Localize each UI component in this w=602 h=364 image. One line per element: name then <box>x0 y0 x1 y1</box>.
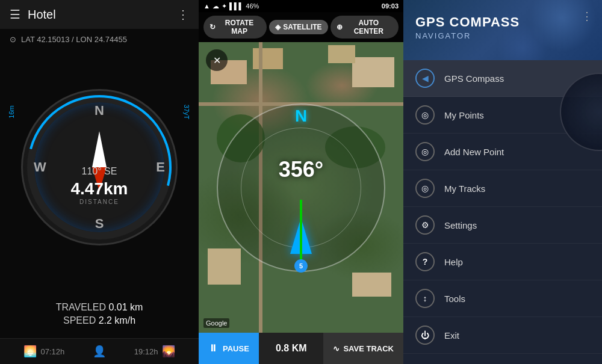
sunrise-time: 19:12h <box>134 347 158 356</box>
coordinates-bar: ⊙ LAT 42.15013 / LON 24.74455 <box>0 29 199 50</box>
my-tracks-label: My Tracks <box>444 184 485 194</box>
wifi-icon: ▲ <box>203 2 210 10</box>
gps-compass-icon: ◀ <box>415 69 435 88</box>
help-icon: ? <box>415 252 435 271</box>
my-points-label: My Points <box>444 110 484 120</box>
map-compass-north: N <box>295 106 307 126</box>
tools-label: Tools <box>444 294 465 304</box>
speed-row: SPEED 2.2 km/h <box>10 315 189 326</box>
cardinal-north: N <box>95 103 104 119</box>
pause-button[interactable]: ⏸ PAUSE <box>199 333 259 364</box>
satellite-icon: ◈ <box>275 23 281 31</box>
map-orientation-indicator: ✕ <box>206 49 228 71</box>
add-new-point-label: Add New Point <box>444 147 504 157</box>
add-new-point-icon: ◎ <box>415 142 435 161</box>
satellite-button[interactable]: ◈ SATELLITE <box>269 20 327 34</box>
options-icon[interactable]: ⋮ <box>177 7 189 22</box>
compass-heading: 110° SE <box>71 165 128 176</box>
sunset-item: 🌅 07:12h <box>23 345 64 358</box>
pause-icon: ⏸ <box>208 343 218 354</box>
satellite-label: SATELLITE <box>283 23 321 31</box>
my-points-icon: ◎ <box>415 105 435 125</box>
coordinates-text: LAT 42.15013 / LON 24.74455 <box>21 35 127 44</box>
status-bar: ▲ ☁ ✦ ▌▌▌ 46% 09:03 <box>199 0 403 12</box>
cardinal-west: W <box>34 159 46 175</box>
map-bottom-bar: ⏸ PAUSE 0.8 KM ∿ SAVE TRACK <box>199 333 403 364</box>
settings-icon: ⚙ <box>415 215 435 235</box>
app-name: GPS COMPASS <box>415 14 590 30</box>
cardinal-south: S <box>95 216 104 232</box>
compass-container: 16m 37yT N S E W 110° SE 4.47km DISTANCE <box>0 50 199 284</box>
travel-info: TRAVELED 0.01 km SPEED 2.2 km/h <box>0 284 199 338</box>
save-track-label: SAVE TRACK <box>343 344 394 353</box>
map-compass-overlay: N 356° <box>217 103 385 272</box>
my-tracks-icon: ◎ <box>415 179 435 198</box>
sidebar-item-exit[interactable]: ⏻ Exit <box>403 317 602 354</box>
status-time: 09:03 <box>382 2 399 10</box>
battery-text: 46% <box>246 2 259 10</box>
status-icons: ▲ ☁ ✦ ▌▌▌ 46% <box>203 2 259 10</box>
rotate-map-label: ROTATE MAP <box>218 19 261 35</box>
sidebar-item-settings[interactable]: ⚙ Settings <box>403 207 602 244</box>
person-item[interactable]: 👤 <box>93 345 106 358</box>
rotate-map-button[interactable]: ↻ ROTATE MAP <box>203 16 267 39</box>
traveled-value: 0.01 km <box>108 302 143 312</box>
sidebar-item-tools[interactable]: ↕ Tools <box>403 280 602 317</box>
sidebar-item-help[interactable]: ? Help <box>403 244 602 280</box>
gps-compass-label: GPS Compass <box>444 73 504 84</box>
traveled-label: TRAVELED <box>56 302 106 312</box>
cloud-icon: ☁ <box>213 2 219 10</box>
center-icon: ⊕ <box>337 23 343 31</box>
sunset-time: 07:12h <box>40 347 64 356</box>
google-badge: Google <box>203 318 229 328</box>
sidebar-item-my-tracks[interactable]: ◎ My Tracks <box>403 170 602 207</box>
tools-icon: ↕ <box>415 289 435 308</box>
save-track-button[interactable]: ∿ SAVE TRACK <box>323 333 403 364</box>
rotate-icon: ↻ <box>209 23 216 31</box>
auto-center-button[interactable]: ⊕ AUTO CENTER <box>330 16 399 39</box>
sunset-icon: 🌅 <box>23 345 37 358</box>
dist-label-right: 37yT <box>183 105 190 119</box>
exit-label: Exit <box>444 330 459 341</box>
compass-panel: ☰ Hotel ⋮ ⊙ LAT 42.15013 / LON 24.74455 … <box>0 0 199 364</box>
menu-header: GPS COMPASS NAVIGATOR ⋮ <box>403 0 602 60</box>
map-compass-heading: 356° <box>279 157 323 182</box>
person-icon: 👤 <box>93 345 106 358</box>
menu-options-icon[interactable]: ⋮ <box>582 10 592 23</box>
location-icon: ⊙ <box>10 35 16 44</box>
menu-icon[interactable]: ☰ <box>10 7 20 22</box>
compass-distance-label: DISTANCE <box>71 198 128 205</box>
building-4 <box>328 45 355 63</box>
top-bar: ☰ Hotel ⋮ <box>0 0 199 29</box>
app-subtitle: NAVIGATOR <box>415 31 590 40</box>
building-3 <box>352 57 394 87</box>
traveled-row: TRAVELED 0.01 km <box>10 302 189 313</box>
cardinal-east: E <box>156 159 165 175</box>
compass-center-info: 110° SE 4.47km DISTANCE <box>71 165 128 205</box>
bluetooth-icon: ✦ <box>222 2 227 10</box>
map-view[interactable]: N 356° ✕ 5 Google <box>199 42 403 333</box>
settings-label: Settings <box>444 220 477 230</box>
sunrise-icon: 🌄 <box>162 345 175 358</box>
speed-label: SPEED <box>63 315 96 325</box>
speed-value: 2.2 km/h <box>99 315 135 325</box>
auto-center-label: AUTO CENTER <box>345 19 393 35</box>
compass-distance: 4.47km <box>71 179 128 198</box>
map-toolbar: ↻ ROTATE MAP ◈ SATELLITE ⊕ AUTO CENTER <box>199 12 403 42</box>
building-6 <box>352 273 391 297</box>
route-marker: 5 <box>294 259 308 273</box>
dist-label-left: 16m <box>8 106 15 119</box>
map-panel: ▲ ☁ ✦ ▌▌▌ 46% 09:03 ↻ ROTATE MAP ◈ SATEL… <box>199 0 403 364</box>
track-distance: 0.8 KM <box>259 333 323 364</box>
save-track-icon: ∿ <box>333 344 340 353</box>
page-title: Hotel <box>28 8 56 22</box>
pause-label: PAUSE <box>223 344 249 353</box>
sunrise-item: 19:12h 🌄 <box>134 345 175 358</box>
compass-bottom-bar: 🌅 07:12h 👤 19:12h 🌄 <box>0 338 199 364</box>
help-label: Help <box>444 257 463 267</box>
exit-icon: ⏻ <box>415 325 435 345</box>
compass-dial: N S E W 110° SE 4.47km DISTANCE <box>21 89 178 245</box>
signal-icon: ▌▌▌ <box>229 2 243 10</box>
menu-panel: GPS COMPASS NAVIGATOR ⋮ ◀ GPS Compass ◎ … <box>403 0 602 364</box>
building-2 <box>253 48 283 69</box>
